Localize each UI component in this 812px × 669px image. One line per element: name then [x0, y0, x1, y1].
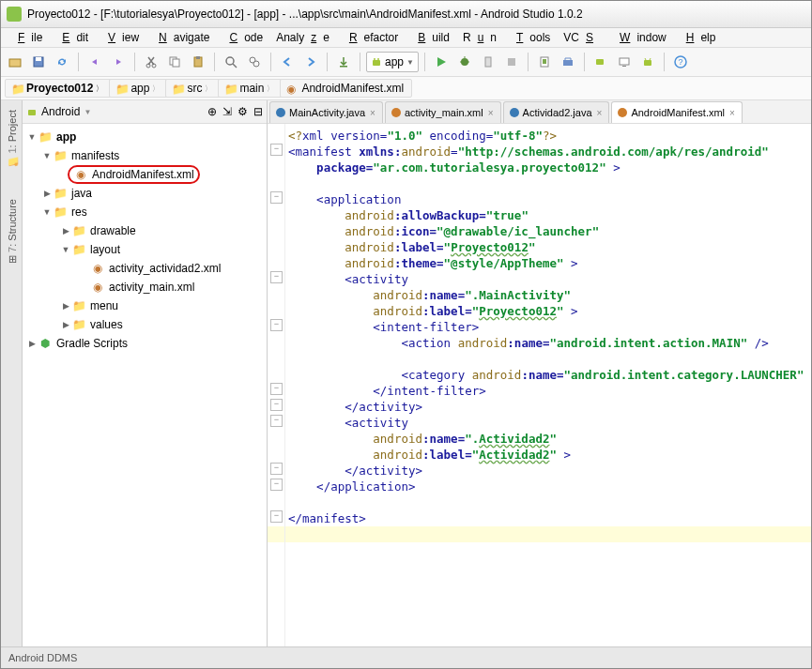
menu-refactor[interactable]: Refactor	[336, 29, 405, 46]
sync-icon[interactable]	[52, 52, 72, 72]
hide-icon[interactable]: ⊟	[253, 105, 263, 118]
crumb-src[interactable]: 📁src〉	[165, 79, 221, 98]
find-icon[interactable]	[221, 52, 241, 72]
close-icon[interactable]: ×	[596, 108, 604, 118]
menu-analyze[interactable]: Analyze	[269, 29, 336, 46]
menu-help[interactable]: Help	[673, 29, 723, 46]
sidetab-structure[interactable]: ⊞ 7: Structure	[4, 193, 20, 269]
crumb-app[interactable]: 📁app〉	[109, 79, 168, 98]
paste-icon[interactable]	[188, 52, 208, 72]
xml-icon: ◉	[90, 281, 105, 294]
tree-res[interactable]: ▼📁res	[23, 203, 267, 221]
menu-window[interactable]: Window	[606, 29, 673, 46]
fold-icon[interactable]: −	[270, 415, 283, 427]
svg-rect-25	[563, 60, 573, 66]
replace-icon[interactable]	[244, 52, 265, 72]
svg-line-30	[645, 58, 646, 60]
svg-point-9	[226, 57, 234, 65]
svg-line-31	[650, 58, 651, 60]
fold-icon[interactable]: −	[270, 383, 283, 395]
view-selector-label: Android	[41, 105, 80, 118]
menu-file[interactable]: File	[5, 29, 49, 46]
cut-icon[interactable]	[141, 52, 161, 72]
save-icon[interactable]	[28, 52, 49, 72]
fold-icon[interactable]: −	[270, 271, 283, 283]
code-editor[interactable]: − − − − − − − − − − <?xml version="1.0" …	[268, 124, 811, 646]
menu-tools[interactable]: Tools	[503, 29, 557, 46]
tree-app[interactable]: ▼📁app	[23, 128, 267, 146]
tree-manifest-file[interactable]: ◉AndroidManifest.xml	[23, 165, 267, 184]
editor-tab[interactable]: activity_main.xml×	[385, 101, 501, 123]
editor-tab[interactable]: Actividad2.java×	[503, 101, 610, 123]
stop-icon[interactable]	[501, 52, 522, 72]
copy-icon[interactable]	[164, 52, 185, 72]
run-config-selector[interactable]: app ▼	[366, 52, 419, 72]
tree-layout[interactable]: ▼📁layout	[23, 240, 267, 259]
menu-view[interactable]: View	[95, 29, 146, 46]
gear-icon[interactable]: ⚙	[237, 105, 248, 118]
fold-icon[interactable]: −	[270, 510, 283, 523]
editor-tab[interactable]: MainActivity.java×	[269, 101, 383, 123]
svg-point-12	[253, 61, 259, 67]
redo-icon[interactable]	[108, 52, 129, 72]
attach-icon[interactable]	[478, 52, 498, 72]
sdk-icon[interactable]	[558, 52, 578, 72]
help-icon[interactable]: ?	[670, 52, 691, 72]
crumb-project[interactable]: 📁Proyecto012〉	[5, 79, 112, 98]
avd-icon[interactable]	[534, 52, 555, 72]
open-icon[interactable]	[5, 52, 25, 72]
menu-edit[interactable]: Edit	[49, 29, 95, 46]
ddms-icon[interactable]	[590, 52, 611, 72]
monitor-icon[interactable]	[614, 52, 635, 72]
fold-icon[interactable]: −	[270, 319, 283, 331]
menu-navigate[interactable]: Navigate	[146, 29, 216, 46]
folder-icon: 📁	[71, 299, 86, 312]
tree-java[interactable]: ▶📁java	[23, 184, 267, 203]
forward-icon[interactable]	[300, 52, 321, 72]
android-icon-2[interactable]	[637, 52, 658, 72]
fold-icon[interactable]: −	[270, 191, 283, 204]
crumb-main[interactable]: 📁main〉	[218, 79, 283, 98]
svg-line-10	[233, 64, 237, 68]
java-icon	[510, 108, 519, 117]
menu-code[interactable]: Code	[216, 29, 269, 46]
menu-build[interactable]: Build	[405, 29, 456, 46]
undo-icon[interactable]	[84, 52, 105, 72]
view-selector[interactable]: Android ▼	[26, 105, 91, 118]
svg-rect-14	[373, 60, 380, 66]
run-icon[interactable]	[431, 52, 452, 72]
project-icon: 📁	[11, 83, 23, 94]
tree-drawable[interactable]: ▶📁drawable	[23, 221, 267, 240]
tree-values[interactable]: ▶📁values	[23, 315, 267, 334]
crumb-label: AndroidManifest.xml	[301, 82, 404, 95]
folder-icon: 📁	[53, 149, 68, 162]
crumb-file[interactable]: ◉AndroidManifest.xml	[280, 79, 412, 98]
fold-icon[interactable]: −	[270, 399, 283, 411]
close-icon[interactable]: ×	[369, 108, 376, 118]
fold-icon[interactable]: −	[270, 463, 283, 475]
folder-icon: 📁	[172, 83, 183, 94]
tree-layout-file[interactable]: ◉activity_main.xml	[23, 278, 267, 296]
back-icon[interactable]	[277, 52, 298, 72]
menu-run[interactable]: Run	[456, 29, 503, 46]
tree-layout-file[interactable]: ◉activity_actividad2.xml	[23, 259, 267, 278]
tree-gradle[interactable]: ▶⬢Gradle Scripts	[23, 334, 267, 353]
xml-icon: ◉	[73, 168, 88, 181]
collapse-icon[interactable]: ⇲	[222, 105, 232, 118]
tree-menu[interactable]: ▶📁menu	[23, 296, 267, 315]
folder-icon: 📁	[71, 318, 86, 331]
folder-icon: 📁	[71, 243, 86, 256]
fold-icon[interactable]: −	[270, 479, 283, 491]
fold-icon[interactable]: −	[270, 144, 283, 156]
close-icon[interactable]: ×	[487, 108, 495, 118]
editor-tab-active[interactable]: AndroidManifest.xml×	[611, 101, 743, 123]
close-icon[interactable]: ×	[728, 108, 736, 118]
status-text[interactable]: Android DDMS	[8, 652, 77, 663]
sidetab-project[interactable]: 📁 1: Project	[4, 104, 20, 175]
svg-rect-28	[622, 66, 626, 67]
locate-icon[interactable]: ⊕	[207, 105, 217, 118]
make-icon[interactable]	[333, 52, 354, 72]
tree-manifests[interactable]: ▼📁manifests	[23, 146, 267, 165]
debug-icon[interactable]	[454, 52, 475, 72]
menu-vcs[interactable]: VCS	[557, 29, 606, 46]
